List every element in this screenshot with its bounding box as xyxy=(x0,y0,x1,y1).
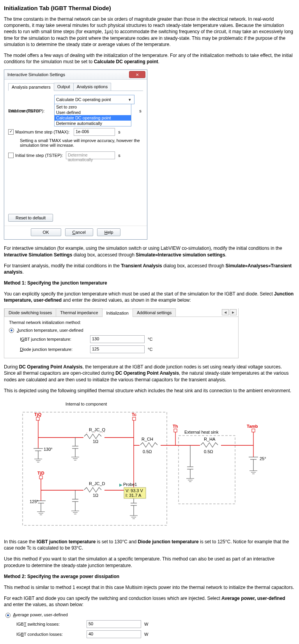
diode-temp-input[interactable]: 125 xyxy=(90,345,145,353)
dialog-button-row: OK Cancel Help xyxy=(4,226,147,239)
initial-conditions-dropdown: Set to zero User-defined Calculate DC op… xyxy=(54,104,131,126)
dropdown-option[interactable]: Determine automatically xyxy=(55,121,131,126)
svg-text:R_JC_D: R_JC_D xyxy=(89,481,105,486)
sw-losses-label: IGBT switching losses: xyxy=(16,622,87,626)
text-bold: DC Operating Point Analysis xyxy=(19,364,83,370)
tab-analysis-parameters[interactable]: Analysis parameters xyxy=(8,83,54,91)
method1-heading: Method 1: Specifying the junction temper… xyxy=(4,280,294,286)
text-bold: Diode junction temperature xyxy=(138,539,199,544)
method2-paragraph-1: This method is similar to method 1 excep… xyxy=(4,584,294,591)
tstep-input[interactable]: Determine automatically xyxy=(66,151,115,159)
svg-rect-7 xyxy=(174,429,177,432)
text: and enter the values, as shown below: xyxy=(4,602,83,607)
svg-text:R_HA: R_HA xyxy=(204,437,216,441)
text: For transient analysis, modify the initi… xyxy=(4,263,121,269)
tab-nav-right-icon[interactable]: ▶ xyxy=(230,309,237,315)
svg-text:TjD: TjD xyxy=(37,471,44,475)
text: For interactive simulation (for example,… xyxy=(4,246,282,251)
junction-temp-radio[interactable] xyxy=(9,328,14,333)
init-tabs: Diode switching losses Thermal impedance… xyxy=(4,308,238,317)
svg-text:0.5Ω: 0.5Ω xyxy=(204,449,213,454)
sw-losses-input[interactable]: 50 xyxy=(87,620,141,628)
igbt-temp-input[interactable]: 130 xyxy=(90,335,145,343)
dialog-tabs: Analysis parameters Output Analysis opti… xyxy=(8,83,143,91)
tab-initialization[interactable]: Initialization xyxy=(102,309,133,317)
igbt-temp-label: IGBT junction temperature: xyxy=(20,337,90,342)
paragraph-intro-1: The time constants in the thermal networ… xyxy=(4,16,294,48)
radio-label: Average power, user-defined xyxy=(13,612,67,617)
svg-text:25°: 25° xyxy=(260,456,266,461)
unit: s xyxy=(138,109,143,113)
dropdown-option[interactable]: User-defined xyxy=(55,110,131,115)
svg-rect-9 xyxy=(252,429,255,432)
interactive-simulation-settings-dialog: Interactive Simulation Settings ✕ Analys… xyxy=(4,69,147,240)
tmax-checkbox[interactable]: ✓ xyxy=(8,129,14,135)
avg-power-radio[interactable] xyxy=(5,613,11,618)
unit: °C xyxy=(148,337,152,342)
method2-heading: Method 2: Specifying the average power d… xyxy=(4,573,294,580)
tstep-label: Initial time step (TSTEP): xyxy=(15,153,66,158)
svg-rect-11 xyxy=(39,476,42,479)
unit: W xyxy=(144,632,148,637)
end-time-label: End time (TSTOP): xyxy=(8,109,54,113)
method2-panel: Average power, user-defined IGBT switchi… xyxy=(5,612,294,638)
reset-button[interactable]: Reset to default xyxy=(8,214,53,222)
dropdown-option[interactable]: Set to zero xyxy=(55,104,131,110)
svg-text:V: 93.3 V: V: 93.3 V xyxy=(126,488,143,493)
svg-text:Th: Th xyxy=(173,424,178,429)
paragraph-interactive-sim: For interactive simulation (for example,… xyxy=(4,245,294,258)
cond-losses-label: IGBT conduction losses: xyxy=(16,632,87,637)
paragraph-depicted: This is depicted using the following sim… xyxy=(4,388,294,394)
tstep-checkbox[interactable] xyxy=(8,153,14,158)
tab-nav: ◀ ▶ xyxy=(222,309,238,315)
text-bold: DC Operating Point Analysis xyxy=(115,370,179,376)
tab-analysis-options[interactable]: Analysis options xyxy=(73,83,111,91)
text: For each IGBT and diode you can specify … xyxy=(4,596,221,601)
dialog-titlebar[interactable]: Interactive Simulation Settings ✕ xyxy=(4,70,147,80)
page-title: Initialization Tab (IGBT Thermal Diode) xyxy=(4,5,294,11)
paragraph-calc-result: In this case the IGBT junction temperatu… xyxy=(4,539,294,551)
text: dialog box, accessed through xyxy=(162,263,226,269)
tmax-input[interactable]: 1e-006 xyxy=(74,128,115,136)
tab-additional-settings[interactable]: Additional settings xyxy=(133,308,176,317)
text: In this case the xyxy=(4,539,37,544)
method2-paragraph-2: For each IGBT and diode you can specify … xyxy=(4,595,294,608)
tmax-label: Maximum time step (TMAX): xyxy=(15,130,74,134)
help-button[interactable]: Help xyxy=(97,228,121,236)
text: You can explicitly specify the junction … xyxy=(4,291,274,297)
svg-rect-3 xyxy=(36,417,39,420)
cond-losses-input[interactable]: 40 xyxy=(87,630,141,638)
svg-text:130°: 130° xyxy=(44,447,53,452)
cancel-button[interactable]: Cancel xyxy=(65,228,93,236)
text-bold: IGBT junction temperature xyxy=(37,539,96,544)
tab-nav-left-icon[interactable]: ◀ xyxy=(222,309,229,315)
text-bold: Transient Analysis xyxy=(121,263,162,269)
svg-text:125°: 125° xyxy=(30,499,39,504)
paragraph-intro-2: The model offers a few ways of dealing w… xyxy=(4,52,294,65)
text-bold: Average power, user-defined xyxy=(221,596,285,601)
tab-thermal-impedance[interactable]: Thermal impedance xyxy=(56,308,102,317)
svg-text:I: 31.7 A: I: 31.7 A xyxy=(126,493,142,498)
close-icon[interactable]: ✕ xyxy=(129,71,145,78)
svg-text:Probe1: Probe1 xyxy=(123,482,137,487)
dropdown-option-selected[interactable]: Calculate DC operating point xyxy=(55,115,131,121)
document-page: Initialization Tab (IGBT Thermal Diode) … xyxy=(0,0,298,644)
initial-conditions-select[interactable]: Calculate DC operating point ▾ xyxy=(54,95,134,104)
text-bold: Simulate»Interactive simulation settings xyxy=(136,252,225,258)
svg-text:R_JC_Q: R_JC_Q xyxy=(89,427,106,432)
ok-button[interactable]: OK xyxy=(31,228,61,236)
text: is set to 130°C and xyxy=(96,539,138,544)
text: and enter the desired values, as shown i… xyxy=(62,297,191,303)
unit: s xyxy=(117,153,122,158)
tab-diode-switching[interactable]: Diode switching losses xyxy=(4,308,56,317)
unit: W xyxy=(144,622,148,626)
text-bold: Calculate DC operating point xyxy=(94,59,158,64)
text: ancel xyxy=(75,230,85,235)
svg-text:TjQ: TjQ xyxy=(34,412,42,417)
unit: s xyxy=(117,130,122,134)
paragraph-use-method: Use this method if you want to start the… xyxy=(4,556,294,568)
svg-text:1Ω: 1Ω xyxy=(93,439,98,444)
external-label: External heat sink xyxy=(184,430,219,434)
select-value: Calculate DC operating point xyxy=(56,97,111,102)
tab-output[interactable]: Output xyxy=(54,83,74,91)
